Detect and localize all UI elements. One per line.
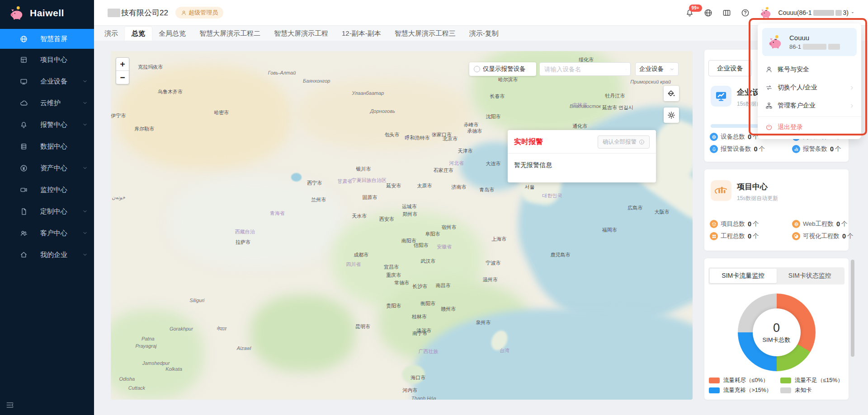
legend-swatch [780, 378, 791, 383]
sidebar-collapse-button[interactable] [5, 401, 15, 410]
sim-tab[interactable]: SIM卡流量监控 [710, 269, 777, 283]
redacted-phone [828, 44, 840, 50]
user-menu-trigger[interactable]: Couuu(86-1 3) [778, 9, 855, 16]
sidebar: Haiwell 智慧首屏 项目中心 企业设备 云维护 [0, 0, 94, 415]
only-alarm-devices-label: 仅显示报警设备 [483, 65, 526, 73]
apps-button[interactable] [722, 9, 731, 17]
confirm-all-alarms-button[interactable]: 确认全部报警 [598, 135, 650, 149]
zoom-out-button[interactable]: − [116, 71, 129, 84]
map-place-label: Улаанбаатар [352, 90, 384, 96]
map-place-label: 延安市 [386, 182, 401, 189]
map-place-label: 青海省 [270, 210, 285, 217]
sidebar-item[interactable]: 企业设备 [0, 70, 94, 92]
user-menu-item[interactable]: 切换个人/企业 [758, 79, 861, 97]
project-tab[interactable]: 12-副本-副本 [335, 27, 388, 41]
device-search-select[interactable] [539, 62, 631, 76]
sidebar-item-label: 资产中心 [40, 164, 82, 173]
realtime-alarm-popup: 实时报警 确认全部报警 暂无报警信息 [508, 130, 656, 182]
project-tab[interactable]: 智慧大屏演示工程二 [193, 27, 267, 41]
map-place-label: 大连市 [486, 160, 500, 167]
legend-label: 未知卡 [795, 387, 812, 394]
collapse-icon [5, 401, 14, 410]
sidebar-item[interactable]: 定制中心 [0, 201, 94, 222]
project-tab[interactable]: 总览 [125, 27, 152, 41]
user-menu-item[interactable]: 账号与安全 [758, 61, 861, 79]
map-settings-button[interactable] [664, 107, 679, 123]
sidebar-item[interactable]: 我的企业 [0, 244, 94, 266]
device-card-tab[interactable]: 企业设备 [708, 60, 752, 76]
map-place-label: 海口市 [410, 374, 425, 381]
map-style-button[interactable] [664, 86, 679, 101]
project-tab[interactable]: 演示 [98, 27, 125, 41]
map-place-label: 泉州市 [476, 319, 491, 326]
map-place-label: 郑州市 [402, 211, 417, 218]
map-place-label: 四川省 [346, 261, 361, 268]
map-place-label: 广西壮族 [418, 348, 438, 355]
map-place-label: 南昌市 [436, 282, 451, 289]
sidebar-item[interactable]: 项目中心 [0, 49, 94, 70]
sidebar-item-label: 云维护 [40, 99, 82, 107]
map-place-label: Cuttack [128, 385, 145, 391]
sidebar-item[interactable]: 报警中心 [0, 114, 94, 135]
logout-label: 退出登录 [778, 123, 803, 131]
role-badge-label: 超级管理员 [189, 9, 218, 17]
user-display-suffix: 3) [843, 9, 849, 16]
map-place-label: 西安市 [379, 216, 394, 223]
chevron-down-icon [82, 230, 88, 236]
map-canvas[interactable]: 克拉玛依市 乌鲁木齐市 哈密市 库尔勒市 伊宁市 خوتەن Говь-Алта… [111, 51, 693, 400]
map-place-label: 西藏自治 [235, 228, 255, 235]
help-button[interactable] [741, 9, 750, 17]
map-place-label: 库尔勒市 [134, 126, 154, 132]
top-bar: 技有限公司22 超级管理员 99+ Couuu(86-1 3) [94, 0, 868, 26]
project-tab[interactable]: 智慧大屏演示工程 [267, 27, 335, 41]
project-tab[interactable]: 演示-复制 [462, 27, 505, 41]
user-avatar[interactable] [760, 6, 773, 19]
device-search-input[interactable] [543, 65, 625, 73]
map-place-label: नेपाल [216, 326, 226, 332]
map-place-label: 安徽省 [437, 243, 452, 250]
device-type-select[interactable]: 企业设备 [635, 62, 679, 76]
chevron-down-icon [82, 165, 88, 171]
sidebar-nav: 智慧首屏 项目中心 企业设备 云维护 报 [0, 29, 94, 266]
gear-icon [667, 111, 675, 119]
stat-unit: 个 [835, 145, 841, 153]
legend-label: 流量耗尽（≤0%） [723, 377, 769, 384]
chevron-down-icon [82, 100, 88, 106]
notifications-button[interactable]: 99+ [685, 9, 694, 17]
language-button[interactable] [704, 9, 712, 17]
sidebar-item-icon [20, 56, 28, 64]
only-alarm-devices-toggle[interactable]: 仅显示报警设备 [469, 62, 536, 76]
sidebar-item[interactable]: 资产中心 [0, 157, 94, 179]
project-tab[interactable]: 全局总览 [152, 27, 193, 41]
map-place-label: 伊宁市 [111, 112, 126, 119]
sidebar-item[interactable]: 监控中心 [0, 179, 94, 201]
zoom-in-button[interactable]: + [116, 58, 129, 71]
sidebar-item[interactable]: 云维护 [0, 92, 94, 114]
map-place-label: 长沙市 [412, 283, 427, 290]
chevron-down-icon [82, 252, 88, 257]
menu-item-icon [765, 102, 773, 109]
map-place-label: 呼和浩特市 [405, 135, 430, 141]
main-area: 技有限公司22 超级管理员 99+ Couuu(86-1 3) [94, 0, 868, 415]
legend-item: 流量耗尽（≤0%） [709, 377, 780, 384]
user-menu-item[interactable]: 管理客户企业 [758, 97, 861, 115]
map-place-label: 包头市 [384, 131, 399, 138]
monitor-chart-icon [715, 90, 727, 103]
sim-tab[interactable]: SIM卡状态监控 [777, 269, 844, 283]
project-tab[interactable]: 智慧大屏演示工程三 [388, 27, 462, 41]
panel-scrollbar-thumb[interactable] [851, 260, 854, 357]
sidebar-item[interactable]: 智慧首屏 [0, 29, 94, 49]
map-place-label: Приморский край [630, 79, 671, 84]
map-place-label: 鹿児島市 [550, 252, 570, 258]
sidebar-item[interactable]: 数据中心 [0, 135, 94, 157]
sidebar-item-icon [20, 35, 28, 43]
map-place-label: 太原市 [417, 182, 432, 189]
redacted-phone [835, 10, 842, 16]
map-place-label: 広島市 [627, 205, 642, 211]
sidebar-item-icon [20, 164, 28, 172]
logout-button[interactable]: 退出登录 [758, 117, 861, 137]
user-display-prefix: Couuu(86-1 [778, 9, 812, 16]
legend-label: 流量不足（≤15%） [795, 377, 843, 384]
map-place-label: 天水市 [352, 213, 367, 219]
sidebar-item[interactable]: 客户中心 [0, 222, 94, 244]
